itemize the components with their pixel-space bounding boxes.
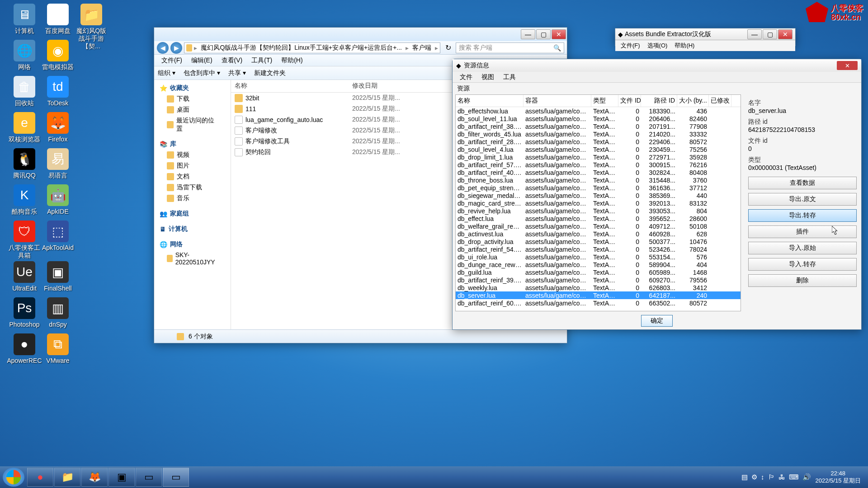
desktop-icon[interactable]: K酷狗音乐 xyxy=(6,184,42,216)
menu-item[interactable]: 编辑(E) xyxy=(187,56,217,65)
menu-item[interactable]: 文件(F) xyxy=(157,56,187,65)
minimize-button[interactable]: — xyxy=(747,29,762,39)
nav-pane[interactable]: ⭐ 收藏夹 下载桌面最近访问的位置 📚 库 视频图片文档迅雷下载音乐 👥 家庭组… xyxy=(154,80,231,329)
refresh-button[interactable]: ↻ xyxy=(442,43,454,52)
desktop-icon[interactable]: PsPhotoshop xyxy=(6,297,42,328)
desktop-icon[interactable]: 🛡八零侠客工具箱 xyxy=(6,221,42,259)
menu-item[interactable]: 查看(V) xyxy=(217,56,247,65)
breadcrumb[interactable]: 魔幻风Q版战斗手游【契约轮回】Linux手工端+安卓客户端+运营后台+... xyxy=(199,44,404,52)
col-modified[interactable]: 已修改 xyxy=(709,95,731,107)
action-button[interactable]: 查看数据 xyxy=(748,177,857,189)
desktop-icon[interactable]: 🌐网络 xyxy=(6,40,42,71)
table-row[interactable]: db_throne_boss.luaassets/lua/game/config… xyxy=(456,176,741,184)
col-date[interactable]: 修改日期 xyxy=(349,80,421,92)
task-app2[interactable]: ▭ xyxy=(136,468,162,487)
desktop-icon[interactable]: 🖥计算机 xyxy=(6,4,42,35)
table-row[interactable]: db_effect.luaassets/lua/game/config/a...… xyxy=(456,215,741,222)
asset-table[interactable]: 名称 容器 类型 文件 ID 路径 ID 大小 (by... 已修改 db_ef… xyxy=(455,94,741,311)
nav-item[interactable]: 桌面 xyxy=(154,104,231,115)
close-button[interactable]: ✕ xyxy=(837,61,858,70)
desktop-icon[interactable]: ☁百度网盘 xyxy=(40,4,76,35)
table-row[interactable]: db_filter_words_45.luaassets/lua/game/co… xyxy=(456,130,741,138)
toolbar-item[interactable]: 包含到库中 ▾ xyxy=(184,69,220,77)
tray-keyboard-icon[interactable]: ⌨ xyxy=(789,473,799,481)
menu-item[interactable]: 选项(O) xyxy=(644,42,671,50)
task-app3[interactable]: ▭ xyxy=(163,468,189,487)
desktop-icon[interactable]: tdToDesk xyxy=(40,76,76,107)
table-row[interactable]: db_revive_help.luaassets/lua/game/config… xyxy=(456,207,741,215)
table-row[interactable]: db_effectshow.luaassets/lua/game/config/… xyxy=(456,107,741,115)
menu-item[interactable]: 文件 xyxy=(455,73,477,81)
menu-item[interactable]: 工具 xyxy=(499,73,520,81)
desktop-icon[interactable]: 🤖ApkIDE xyxy=(40,184,76,216)
action-button[interactable]: 删除 xyxy=(748,274,857,287)
tray-icon[interactable]: ↕ xyxy=(761,473,764,481)
maximize-button[interactable]: ▢ xyxy=(763,29,777,39)
table-header[interactable]: 名称 容器 类型 文件 ID 路径 ID 大小 (by... 已修改 xyxy=(456,95,741,107)
table-row[interactable]: db_artifact_reinf_38.luaassets/lua/game/… xyxy=(456,122,741,130)
taskbar[interactable]: ● 📁 🦊 ▣ ▭ ▭ ▤ ⚙ ↕ 🏳 🖧 ⌨ 🔊 22:48 2022/5/1… xyxy=(0,466,868,488)
desktop-icon[interactable]: ⧉VMware xyxy=(40,333,76,365)
start-button[interactable] xyxy=(3,468,24,487)
table-row[interactable]: db_ui_role.luaassets/lua/game/config/a..… xyxy=(456,253,741,261)
minimize-button[interactable]: — xyxy=(521,29,535,39)
tray-icon[interactable]: 🏳 xyxy=(768,473,775,481)
nav-item[interactable]: 迅雷下载 xyxy=(154,182,231,193)
desktop-icon[interactable]: 🗑回收站 xyxy=(6,76,42,107)
desktop-icon[interactable]: ⬚ApkToolAid xyxy=(40,221,76,252)
desktop-icon[interactable]: 📁魔幻风Q版战斗手游【契... xyxy=(73,4,109,50)
menu-item[interactable]: 帮助(H) xyxy=(277,56,307,65)
col-type[interactable]: 类型 xyxy=(591,95,618,107)
breadcrumb[interactable]: 客户端 xyxy=(410,44,433,52)
search-input[interactable]: 搜索 客户端 🔍 xyxy=(456,42,564,53)
maximize-button[interactable]: ▢ xyxy=(536,29,551,39)
task-apowerrec[interactable]: ● xyxy=(27,468,53,487)
nav-item[interactable]: SKY-20220510JYY xyxy=(154,250,231,267)
nav-homegroup[interactable]: 👥 家庭组 xyxy=(154,208,231,219)
desktop-icon[interactable]: 🦊Firefox xyxy=(40,112,76,143)
explorer-titlebar[interactable]: — ▢ ✕ xyxy=(154,28,567,41)
forward-button[interactable]: ▶ xyxy=(170,42,182,54)
col-name[interactable]: 名称 xyxy=(231,80,349,92)
menu-item[interactable]: 视图 xyxy=(477,73,499,81)
menu-item[interactable]: 工具(T) xyxy=(247,56,277,65)
menu-item[interactable]: 文件(F) xyxy=(617,42,644,50)
tray-icon[interactable]: ⚙ xyxy=(751,473,757,481)
table-row[interactable]: db_artifact_reinf_39.luaassets/lua/game/… xyxy=(456,276,741,284)
table-row[interactable]: db_soul_level_4.luaassets/lua/game/confi… xyxy=(456,145,741,153)
system-tray[interactable]: ▤ ⚙ ↕ 🏳 🖧 ⌨ 🔊 22:48 2022/5/15 星期日 xyxy=(741,470,865,484)
table-row[interactable]: db_pet_equip_strength.luaassets/lua/game… xyxy=(456,184,741,192)
table-row[interactable]: db_dunge_race_reward.luaassets/lua/game/… xyxy=(456,261,741,268)
close-button[interactable]: ✕ xyxy=(778,29,793,39)
task-firefox[interactable]: 🦊 xyxy=(81,468,108,487)
nav-computer[interactable]: 🖥 计算机 xyxy=(154,224,231,235)
nav-item[interactable]: 图片 xyxy=(154,160,231,171)
task-explorer[interactable]: 📁 xyxy=(54,468,80,487)
table-row[interactable]: db_siegewar_medal_rewar...assets/lua/gam… xyxy=(456,192,741,199)
table-row[interactable]: db_weekly.luaassets/lua/game/config/a...… xyxy=(456,284,741,291)
back-button[interactable]: ◀ xyxy=(157,42,169,54)
table-row[interactable]: db_server.luaassets/lua/game/config/a...… xyxy=(456,291,741,299)
table-row[interactable]: db_artifact_reinf_57.luaassets/lua/game/… xyxy=(456,161,741,169)
table-row[interactable]: db_artifact_reinf_28.luaassets/lua/game/… xyxy=(456,138,741,145)
table-row[interactable]: db_drop_activity.luaassets/lua/game/conf… xyxy=(456,238,741,245)
table-row[interactable]: db_welfare_grail_reward_...assets/lua/ga… xyxy=(456,222,741,230)
desktop-icon[interactable]: e双核浏览器 xyxy=(6,112,42,143)
nav-item[interactable]: 音乐 xyxy=(154,193,231,204)
desktop-icon[interactable]: ◉雷电模拟器 xyxy=(40,40,76,71)
menu-item[interactable]: 帮助(H) xyxy=(671,42,698,50)
table-row[interactable]: db_artifact_reinf_40.luaassets/lua/game/… xyxy=(456,169,741,176)
nav-item[interactable]: 文档 xyxy=(154,171,231,182)
nav-favorites[interactable]: ⭐ 收藏夹 xyxy=(154,83,231,94)
dialog-titlebar[interactable]: ◆ 资源信息 ✕ xyxy=(453,59,861,72)
taskbar-clock[interactable]: 22:48 2022/5/15 星期日 xyxy=(816,470,861,484)
nav-libraries[interactable]: 📚 库 xyxy=(154,139,231,150)
tray-icon[interactable]: ▤ xyxy=(741,473,748,481)
table-row[interactable]: db_soul_level_11.luaassets/lua/game/conf… xyxy=(456,115,741,122)
nav-network[interactable]: 🌐 网络 xyxy=(154,239,231,250)
table-row[interactable]: db_magic_card_strength_...assets/lua/gam… xyxy=(456,199,741,207)
action-button[interactable]: 插件 xyxy=(748,225,857,238)
table-row[interactable]: db_drop_limit_1.luaassets/lua/game/confi… xyxy=(456,153,741,161)
table-row[interactable]: db_artifact_reinf_54.luaassets/lua/game/… xyxy=(456,245,741,253)
col-container[interactable]: 容器 xyxy=(524,95,591,107)
